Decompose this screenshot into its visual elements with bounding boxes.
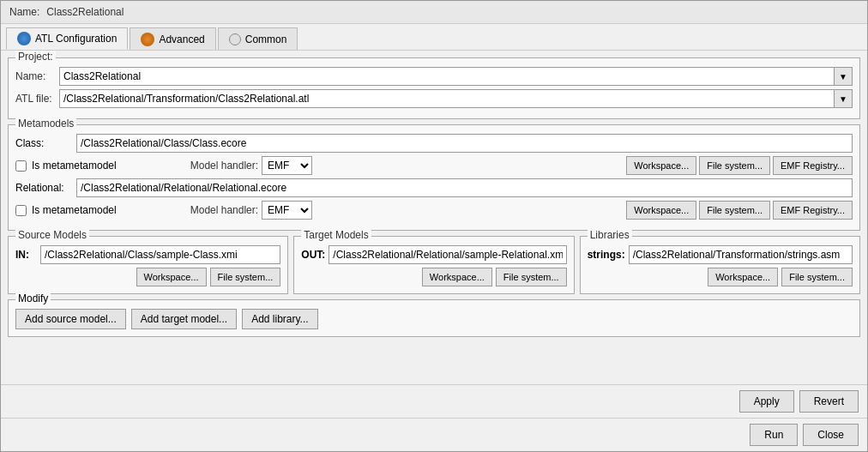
target-filesystem-button[interactable]: File system... bbox=[496, 268, 567, 286]
source-models-section: Source Models IN: Workspace... File syst… bbox=[8, 236, 288, 294]
advanced-tab-icon bbox=[141, 33, 154, 46]
bottom-bar: Apply Revert bbox=[1, 384, 867, 418]
libraries-strings-input[interactable] bbox=[629, 245, 853, 264]
source-models-title: Source Models bbox=[15, 229, 89, 241]
relational-model-handler-select[interactable]: EMF MDR UML2 bbox=[262, 201, 312, 220]
footer-bar: Run Close bbox=[1, 418, 867, 451]
atl-file-input-group: ▼ bbox=[59, 89, 853, 108]
libraries-strings-label: strings: bbox=[588, 249, 625, 261]
project-section-title: Project: bbox=[15, 51, 56, 63]
target-out-label: OUT: bbox=[301, 249, 325, 261]
libraries-workspace-button[interactable]: Workspace... bbox=[708, 268, 778, 286]
add-source-model-button[interactable]: Add source model... bbox=[15, 309, 126, 329]
atl-file-row: ATL file: ▼ bbox=[15, 89, 853, 108]
class-model-handler-label: Model handler: bbox=[190, 160, 258, 172]
relational-filesystem-button[interactable]: File system... bbox=[699, 201, 770, 220]
class-mm-label: Class: bbox=[15, 137, 71, 149]
source-in-input[interactable] bbox=[40, 245, 280, 264]
atl-tab-icon bbox=[17, 32, 31, 45]
target-out-input[interactable] bbox=[329, 245, 566, 264]
main-dialog: Name: Class2Relational ATL Configuration… bbox=[0, 0, 868, 452]
class-is-meta-label: Is metametamodel bbox=[32, 160, 117, 172]
apply-button[interactable]: Apply bbox=[739, 390, 794, 413]
common-tab-icon bbox=[229, 33, 241, 45]
modify-buttons: Add source model... Add target model... … bbox=[15, 309, 853, 329]
project-name-input[interactable] bbox=[59, 67, 834, 86]
add-target-model-button[interactable]: Add target model... bbox=[131, 309, 237, 329]
target-workspace-button[interactable]: Workspace... bbox=[422, 268, 492, 286]
tab-atl-configuration[interactable]: ATL Configuration bbox=[6, 27, 128, 50]
class-model-handler-select[interactable]: EMF MDR UML2 bbox=[262, 156, 312, 175]
libraries-filesystem-button[interactable]: File system... bbox=[781, 268, 853, 286]
class-filesystem-button[interactable]: File system... bbox=[699, 156, 770, 175]
tab-common-label: Common bbox=[245, 33, 287, 45]
relational-meta-row: Is metametamodel Model handler: EMF MDR … bbox=[15, 201, 853, 220]
tab-advanced-label: Advanced bbox=[159, 33, 204, 45]
dialog-title: Class2Relational bbox=[46, 6, 124, 18]
relational-mm-input[interactable] bbox=[76, 178, 853, 197]
project-name-dropdown[interactable]: ▼ bbox=[834, 67, 853, 86]
source-filesystem-button[interactable]: File system... bbox=[210, 268, 281, 286]
class-mm-input[interactable] bbox=[76, 134, 853, 153]
class-workspace-button[interactable]: Workspace... bbox=[626, 156, 696, 175]
target-out-row: OUT: bbox=[301, 245, 566, 264]
target-models-section: Target Models OUT: Workspace... File sys… bbox=[293, 236, 574, 294]
project-name-row: Name: ▼ bbox=[15, 67, 853, 86]
source-in-label: IN: bbox=[15, 249, 37, 261]
main-content: Project: Name: ▼ ATL file: ▼ bbox=[1, 51, 867, 384]
class-mm-row: Class: bbox=[15, 134, 853, 153]
atl-file-input[interactable] bbox=[59, 89, 834, 108]
atl-file-dropdown[interactable]: ▼ bbox=[834, 89, 853, 108]
project-section-content: Name: ▼ ATL file: ▼ bbox=[15, 67, 853, 108]
relational-model-handler-group: Model handler: EMF MDR UML2 bbox=[190, 201, 312, 220]
relational-emfregistry-button[interactable]: EMF Registry... bbox=[773, 201, 853, 220]
run-button[interactable]: Run bbox=[750, 424, 798, 446]
class-meta-row: Is metametamodel Model handler: EMF MDR … bbox=[15, 156, 853, 175]
tab-common[interactable]: Common bbox=[218, 27, 298, 50]
project-name-input-group: ▼ bbox=[59, 67, 853, 86]
title-bar: Name: Class2Relational bbox=[1, 1, 867, 24]
libraries-section-title: Libraries bbox=[588, 229, 632, 241]
modify-section: Modify Add source model... Add target mo… bbox=[8, 299, 860, 337]
libraries-strings-row: strings: bbox=[588, 245, 853, 264]
target-models-title: Target Models bbox=[301, 229, 371, 241]
metamodels-section-title: Metamodels bbox=[15, 118, 76, 130]
tab-atl-label: ATL Configuration bbox=[35, 33, 117, 45]
relational-mm-buttons: Workspace... File system... EMF Registry… bbox=[626, 201, 853, 220]
modify-section-title: Modify bbox=[15, 292, 51, 304]
class-model-handler-group: Model handler: EMF MDR UML2 bbox=[190, 156, 312, 175]
source-in-row: IN: bbox=[15, 245, 280, 264]
close-button[interactable]: Close bbox=[803, 424, 859, 446]
relational-mm-row: Relational: bbox=[15, 178, 853, 197]
add-library-button[interactable]: Add library... bbox=[242, 309, 317, 329]
relational-model-handler-label: Model handler: bbox=[190, 204, 258, 216]
source-workspace-button[interactable]: Workspace... bbox=[136, 268, 207, 286]
bottom-three-sections: Source Models IN: Workspace... File syst… bbox=[8, 236, 860, 294]
target-models-content: OUT: Workspace... File system... bbox=[301, 245, 566, 286]
revert-button[interactable]: Revert bbox=[799, 390, 859, 413]
class-is-meta-checkbox[interactable] bbox=[15, 160, 27, 172]
relational-is-meta-label: Is metametamodel bbox=[32, 204, 117, 216]
atl-file-label: ATL file: bbox=[15, 93, 54, 105]
tabs-bar: ATL Configuration Advanced Common bbox=[1, 24, 867, 51]
relational-is-meta-checkbox[interactable] bbox=[15, 205, 27, 216]
relational-mm-label: Relational: bbox=[15, 182, 71, 194]
name-label: Name: bbox=[9, 6, 39, 18]
class-emfregistry-button[interactable]: EMF Registry... bbox=[773, 156, 853, 175]
source-models-content: IN: Workspace... File system... bbox=[15, 245, 280, 286]
metamodels-section: Metamodels Class: Is metametamodel Model… bbox=[8, 124, 860, 231]
project-section: Project: Name: ▼ ATL file: ▼ bbox=[8, 57, 860, 119]
libraries-section: Libraries strings: Workspace... File sys… bbox=[580, 236, 860, 294]
libraries-section-content: strings: Workspace... File system... bbox=[588, 245, 853, 286]
project-name-label: Name: bbox=[15, 70, 54, 82]
tab-advanced[interactable]: Advanced bbox=[130, 27, 215, 50]
relational-workspace-button[interactable]: Workspace... bbox=[626, 201, 696, 220]
metamodels-section-content: Class: Is metametamodel Model handler: E… bbox=[15, 134, 853, 220]
class-mm-buttons: Workspace... File system... EMF Registry… bbox=[626, 156, 853, 175]
